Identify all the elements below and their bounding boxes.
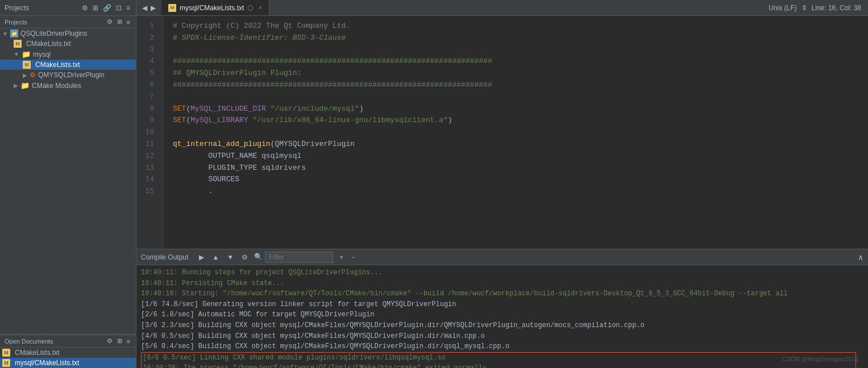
top-bar: Projects ⚙ ⊞ 🔗 ⊡ ≡ ◀ ▶ M mysql/CMakeList… bbox=[0, 0, 868, 16]
ln-13: 13 bbox=[136, 162, 159, 174]
compile-line-8: [5/6 0.4/sec] Building CXX object mysql/… bbox=[141, 341, 863, 352]
cmake1-icon: M bbox=[14, 40, 22, 48]
compile-toolbar: Compile Output ▶ ▲ ▼ ⚙ 🔍 + − ∧ bbox=[136, 249, 868, 265]
projects-title: Projects bbox=[5, 4, 29, 12]
active-tab[interactable]: M mysql/CMakeLists.txt ⬡ × bbox=[161, 0, 269, 15]
compile-output-panel: Compile Output ▶ ▲ ▼ ⚙ 🔍 + − ∧ 10:40:11:… bbox=[136, 249, 868, 368]
code-line-6: ########################################… bbox=[173, 80, 868, 91]
layout-icon[interactable]: ⊞ bbox=[92, 4, 99, 12]
compile-line-1: 10:40:11: Running steps for project QSQL… bbox=[141, 267, 863, 278]
editor-content[interactable]: 1 2 3 4 5 6 7 8 9 10 11 12 13 14 15 # Co… bbox=[136, 16, 868, 249]
root-arrow: ▼ bbox=[2, 31, 8, 37]
code-line-1: # Copyright (C) 2022 The Qt Company Ltd. bbox=[173, 20, 868, 32]
cmakemod-arrow: ▶ bbox=[14, 82, 18, 89]
settings-icon[interactable]: ⚙ bbox=[81, 4, 89, 12]
code-line-15: . bbox=[173, 186, 868, 198]
compile-highlight-box: [6/6 0.5/sec] Linking CXX shared module … bbox=[141, 352, 856, 368]
code-line-12: OUTPUT_NAME qsqlmysql bbox=[173, 150, 868, 162]
sidebar-collapse-icon[interactable]: ≡ bbox=[126, 18, 131, 26]
projects-panel-header: Projects ⚙ ⊞ 🔗 ⊡ ≡ bbox=[0, 0, 136, 15]
search-icon: 🔍 bbox=[254, 253, 263, 261]
open-docs-title: Open Documents bbox=[5, 338, 53, 345]
compile-up-icon[interactable]: ▲ bbox=[210, 253, 221, 261]
ln-1: 1 bbox=[136, 20, 159, 32]
tab-forward-arrow[interactable]: ▶ bbox=[149, 4, 157, 12]
cmakemod-label: CMake Modules bbox=[32, 82, 81, 90]
tree-item-root[interactable]: ▼ 📁 QSQLiteDriverPlugins bbox=[0, 28, 136, 39]
filter-group: 🔍 bbox=[254, 252, 333, 263]
ln-8: 8 bbox=[136, 103, 159, 115]
line-numbers: 1 2 3 4 5 6 7 8 9 10 11 12 13 14 15 bbox=[136, 16, 164, 249]
open-docs-settings-icon[interactable]: ⚙ bbox=[106, 337, 114, 345]
ln-10: 10 bbox=[136, 127, 159, 139]
cmake2-icon: M bbox=[23, 61, 31, 69]
open-docs-header: Open Documents ⚙ ⊞ ≡ bbox=[0, 334, 136, 348]
compile-add-icon[interactable]: + bbox=[338, 253, 345, 261]
cmake2-label: CMakeLists.txt bbox=[35, 61, 80, 69]
code-line-11: qt_internal_add_plugin(QMYSQLDriverPlugi… bbox=[173, 139, 868, 150]
collapse-icon[interactable]: ≡ bbox=[125, 4, 131, 12]
open-doc1-icon: M bbox=[2, 349, 10, 357]
compile-line-10: 10:40:28: The process "/home/wucf/softwa… bbox=[143, 363, 854, 368]
tab-close-button[interactable]: × bbox=[259, 5, 262, 11]
tab-modified-icon: ⬡ bbox=[247, 4, 253, 12]
project-tree: ▼ 📁 QSQLiteDriverPlugins M CMakeLists.tx… bbox=[0, 28, 136, 91]
tree-item-cmake2[interactable]: M CMakeLists.txt bbox=[0, 60, 136, 70]
compile-remove-icon[interactable]: − bbox=[350, 253, 357, 261]
code-area[interactable]: # Copyright (C) 2022 The Qt Company Ltd.… bbox=[164, 16, 868, 249]
sidebar-settings-icon[interactable]: ⚙ bbox=[106, 18, 114, 26]
open-docs-layout-icon[interactable]: ⊞ bbox=[116, 337, 123, 345]
link-icon[interactable]: 🔗 bbox=[102, 4, 113, 12]
ln-4: 4 bbox=[136, 56, 159, 68]
tree-item-mysql[interactable]: ▼ 📁 mysql bbox=[0, 49, 136, 60]
editor-area: 1 2 3 4 5 6 7 8 9 10 11 12 13 14 15 # Co… bbox=[136, 16, 868, 368]
compile-line-2: 10:40:11: Persisting CMake state... bbox=[141, 278, 863, 289]
tab-bar: M mysql/CMakeLists.txt ⬡ × bbox=[161, 0, 762, 15]
code-line-5: ## QMYSQLDriverPlugin Plugin: bbox=[173, 68, 868, 80]
code-line-4: ########################################… bbox=[173, 56, 868, 68]
ln-15: 15 bbox=[136, 186, 159, 198]
main-layout: Projects ⚙ ⊞ ≡ ▼ 📁 QSQLiteDriverPlugins bbox=[0, 16, 868, 368]
ln-12: 12 bbox=[136, 150, 159, 162]
plugin-arrow: ▶ bbox=[23, 72, 27, 78]
compile-run-icon[interactable]: ▶ bbox=[197, 253, 206, 261]
cmakemod-icon: 📁 bbox=[20, 81, 30, 90]
compile-settings-icon[interactable]: ⚙ bbox=[240, 253, 250, 261]
compile-scroll[interactable]: 10:40:11: Running steps for project QSQL… bbox=[136, 265, 868, 368]
open-doc1-label: CMakeLists.txt bbox=[15, 349, 60, 357]
open-docs-list: M CMakeLists.txt M mysql/CMakeLists.txt bbox=[0, 348, 136, 368]
plugin-label: QMYSQLDriverPlugin bbox=[38, 71, 105, 79]
compile-line-6: [3/6 2.3/sec] Building CXX object mysql/… bbox=[141, 320, 863, 331]
compile-expand-icon[interactable]: ∧ bbox=[858, 253, 863, 262]
tab-back-arrow[interactable]: ◀ bbox=[141, 4, 148, 12]
status-bar-right: Unix (LF) ⇕ Line: 16, Col: 38 bbox=[762, 4, 868, 12]
ln-5: 5 bbox=[136, 68, 159, 80]
sidebar-layout-icon[interactable]: ⊞ bbox=[116, 18, 123, 26]
code-line-14: SOURCES bbox=[173, 174, 868, 186]
mysql-label: mysql bbox=[33, 51, 51, 58]
status-separator: ⇕ bbox=[801, 4, 807, 12]
tree-item-cmake1[interactable]: M CMakeLists.txt bbox=[0, 39, 136, 49]
tab-nav-arrows: ◀ ▶ bbox=[136, 4, 161, 12]
projects-header-icons: ⚙ ⊞ 🔗 ⊡ ≡ bbox=[81, 4, 131, 12]
ln-7: 7 bbox=[136, 91, 159, 103]
expand-icon[interactable]: ⊡ bbox=[115, 4, 123, 12]
ln-3: 3 bbox=[136, 44, 159, 56]
watermark: CSDN @fengchengwu2012 bbox=[782, 356, 859, 362]
mysql-arrow: ▼ bbox=[14, 51, 19, 57]
ln-9: 9 bbox=[136, 115, 159, 127]
tree-item-cmakemod[interactable]: ▶ 📁 CMake Modules bbox=[0, 80, 136, 91]
open-doc-cmake2[interactable]: M mysql/CMakeLists.txt bbox=[0, 358, 136, 368]
ln-11: 11 bbox=[136, 139, 159, 150]
tree-item-plugin[interactable]: ▶ ⚙ QMYSQLDriverPlugin bbox=[0, 70, 136, 80]
code-line-3 bbox=[173, 44, 868, 56]
compile-line-9: [6/6 0.5/sec] Linking CXX shared module … bbox=[143, 353, 854, 363]
filter-input[interactable] bbox=[265, 252, 333, 263]
cmake1-label: CMakeLists.txt bbox=[26, 40, 71, 48]
open-docs-collapse-icon[interactable]: ≡ bbox=[126, 337, 131, 345]
code-line-7 bbox=[173, 91, 868, 103]
compile-down-icon[interactable]: ▼ bbox=[225, 253, 235, 261]
cmake-file-icon: M bbox=[168, 4, 176, 12]
open-doc-cmake1[interactable]: M CMakeLists.txt bbox=[0, 348, 136, 358]
projects-section-title: Projects bbox=[5, 19, 27, 26]
